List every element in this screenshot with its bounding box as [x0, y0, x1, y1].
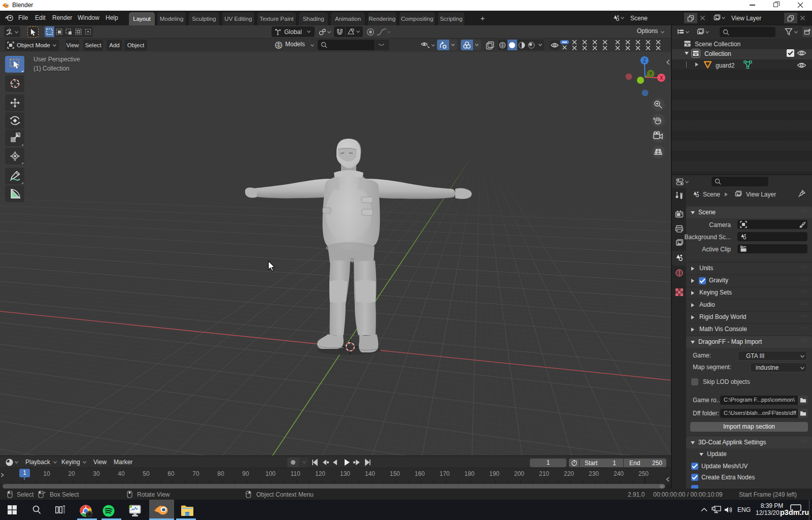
svg-text:X: X — [660, 75, 663, 81]
svg-text:Y: Y — [649, 71, 653, 77]
svg-text:Z: Z — [643, 58, 646, 63]
